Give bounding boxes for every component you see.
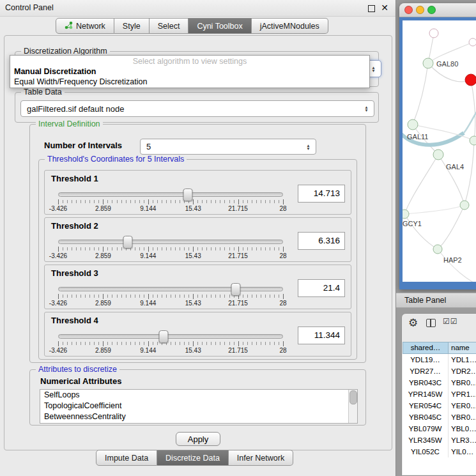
slider-tick-label: 21.715 xyxy=(228,347,248,354)
stepper-icon[interactable]: ▲ ▼ xyxy=(362,105,374,112)
table-row[interactable]: YPR145WYPR1… xyxy=(403,388,476,400)
list-scrollbar[interactable] xyxy=(348,390,357,423)
tab-infer-network[interactable]: Infer Network xyxy=(229,450,293,466)
columns-icon[interactable] xyxy=(426,319,436,327)
network-node-gal11[interactable] xyxy=(408,119,418,130)
slider-thumb[interactable] xyxy=(159,330,169,343)
algorithm-option[interactable]: Manual Discretization xyxy=(10,66,369,77)
cell-name: YER0… xyxy=(449,400,476,411)
attributes-group: Attributes to discretize Numerical Attri… xyxy=(29,369,366,426)
apply-button[interactable]: Apply xyxy=(176,432,220,446)
tab-discretize-data[interactable]: Discretize Data xyxy=(157,450,229,466)
table-row[interactable]: YDL19…YDL1… xyxy=(403,354,476,365)
slider-track[interactable] xyxy=(58,240,283,244)
slider-major-tick xyxy=(238,247,239,252)
numerical-attributes-label: Numerical Attributes xyxy=(40,376,121,386)
table-data-combobox[interactable]: galFiltered.sif default node ▲ ▼ xyxy=(20,100,374,117)
tab-cyni-toolbox[interactable]: Cyni Toolbox xyxy=(188,18,251,34)
threshold-label: Threshold 3 xyxy=(51,268,98,278)
table-row[interactable]: YBR045CYBR0… xyxy=(403,411,476,423)
tab-impute-data[interactable]: Impute Data xyxy=(96,450,157,466)
threshold-slider[interactable]: -3.4262.8599.14415.4321.71528 xyxy=(54,234,288,260)
network-node[interactable] xyxy=(465,74,476,86)
slider-track[interactable] xyxy=(58,192,283,197)
slider-tick-label: 2.859 xyxy=(95,347,111,354)
slider-tick-label: -3.426 xyxy=(49,300,67,307)
threshold-value-field[interactable]: 11.344 xyxy=(298,326,345,344)
table-row[interactable]: YLR345WYLR3… xyxy=(403,434,476,446)
tab-style[interactable]: Style xyxy=(114,18,150,34)
stepper-down-icon: ▼ xyxy=(371,69,375,72)
slider-major-tick xyxy=(103,294,104,299)
network-node[interactable] xyxy=(469,38,476,46)
tab-jactivemnodules[interactable]: jActiveMNodules xyxy=(252,18,328,34)
threshold-slider[interactable]: -3.4262.8599.14415.4321.71528 xyxy=(54,282,288,307)
network-edge xyxy=(404,205,464,214)
tab-label: Infer Network xyxy=(237,454,284,463)
slider-thumb[interactable] xyxy=(123,236,133,249)
cell-shared-name: YDL19… xyxy=(403,354,449,365)
table-row[interactable]: YDR27…YDR2… xyxy=(403,365,476,377)
gear-icon[interactable]: ⚙ xyxy=(408,316,418,330)
tab-network[interactable]: Network xyxy=(56,18,114,34)
close-icon[interactable]: ✕ xyxy=(381,3,388,13)
network-node-hap2[interactable] xyxy=(433,245,442,254)
table-row[interactable]: YIL052CYIL0… xyxy=(403,446,476,457)
slider-tick-label: 15.43 xyxy=(185,252,201,259)
network-node[interactable] xyxy=(460,201,469,210)
column-header-shared-name[interactable]: shared… xyxy=(403,342,449,354)
float-window-icon[interactable] xyxy=(368,5,375,12)
network-node[interactable] xyxy=(470,136,476,145)
threshold-label: Threshold 2 xyxy=(51,221,98,231)
slider-tick-label: 21.715 xyxy=(228,205,248,212)
slider-major-tick xyxy=(58,247,59,252)
network-node-gcy1[interactable] xyxy=(403,210,409,219)
cell-shared-name: YPR145W xyxy=(403,388,449,400)
network-node-gal80[interactable] xyxy=(423,58,433,68)
num-intervals-value: 5 xyxy=(141,142,303,151)
dropdown-prompt[interactable]: Select algorithm to view settings xyxy=(10,56,369,66)
network-canvas[interactable]: GAL80GAL11GAL4GCY1HAP2 xyxy=(403,20,476,282)
cell-shared-name: YDR27… xyxy=(403,365,449,377)
slider-thumb[interactable] xyxy=(183,188,193,201)
slider-major-tick xyxy=(238,199,239,204)
threshold-value-field[interactable]: 14.713 xyxy=(298,185,345,203)
attribute-list-item[interactable]: SelfLoops xyxy=(40,390,357,401)
tab-select[interactable]: Select xyxy=(150,18,189,34)
cell-name: YLR3… xyxy=(449,434,476,446)
column-header-name[interactable]: name xyxy=(449,342,476,354)
stepper-icon[interactable]: ▲ ▼ xyxy=(303,144,316,150)
slider-track[interactable] xyxy=(58,287,283,291)
mac-zoom-button[interactable] xyxy=(427,6,436,14)
table-row[interactable]: YER054CYER0… xyxy=(403,400,476,411)
attributes-listbox: SelfLoopsTopologicalCoefficientBetweenne… xyxy=(40,389,358,424)
algorithm-option[interactable]: Equal Width/Frequency Discretization xyxy=(10,77,369,87)
network-edge xyxy=(413,63,428,125)
attribute-list-item[interactable]: BetweennessCentrality xyxy=(40,411,357,422)
threshold-value-field[interactable]: 21.4 xyxy=(298,279,345,297)
node-label: GAL11 xyxy=(407,133,428,141)
table-data-group: Table Data galFiltered.sif default node … xyxy=(15,92,379,123)
cell-name: YPR1… xyxy=(449,388,476,400)
attribute-list-item[interactable]: TopologicalCoefficient xyxy=(40,401,357,411)
stepper-down-icon: ▼ xyxy=(306,147,310,150)
algorithm-group-title: Discretization Algorithm xyxy=(21,47,110,56)
num-intervals-combobox[interactable]: 5 ▲ ▼ xyxy=(140,139,316,155)
slider-major-tick xyxy=(283,341,284,346)
mac-close-button[interactable] xyxy=(404,6,413,14)
table-row[interactable]: YBR043CYBR0… xyxy=(403,377,476,388)
slider-thumb[interactable] xyxy=(231,283,241,296)
network-node-gal4[interactable] xyxy=(433,150,443,160)
list-scrollbar-thumb[interactable] xyxy=(349,390,357,404)
network-node[interactable] xyxy=(429,29,438,38)
cell-name: YBL0… xyxy=(449,423,476,434)
threshold-slider[interactable]: -3.4262.8599.14415.4321.71528 xyxy=(54,329,288,355)
threshold-slider[interactable]: -3.4262.8599.14415.4321.71528 xyxy=(54,187,288,213)
table-row[interactable]: YBL079WYBL0… xyxy=(403,423,476,434)
checkbox-icons[interactable]: ☑☑ xyxy=(443,317,458,326)
slider-tick-label: 2.859 xyxy=(95,205,111,212)
threshold-value-field[interactable]: 6.316 xyxy=(298,232,345,250)
stepper-icon[interactable]: ▲ ▼ xyxy=(369,66,381,72)
mac-minimize-button[interactable] xyxy=(416,6,424,14)
slider-track[interactable] xyxy=(58,334,283,339)
